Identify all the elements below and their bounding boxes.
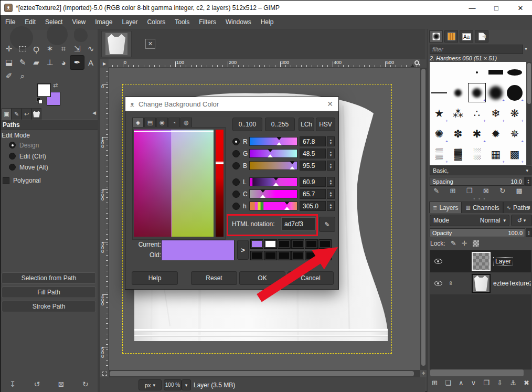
visibility-eye-icon[interactable] [434, 281, 442, 286]
brush-collection-dropdown[interactable]: Basic, ▾ [430, 166, 531, 175]
quick-mask-toggle[interactable] [100, 370, 109, 377]
watercolor-picker-tab[interactable]: ◉ [156, 118, 168, 128]
layer-list-scrollbar[interactable] [430, 369, 524, 376]
channel-radio-B[interactable] [232, 162, 240, 169]
reset-action-button[interactable]: ↻ [82, 380, 89, 388]
channel-slider-R[interactable] [249, 137, 297, 146]
brush-item[interactable]: ★+ [430, 103, 449, 123]
edit-mode-radio-design[interactable]: Design [1, 140, 98, 151]
patterns-tab[interactable] [444, 30, 458, 43]
menu-windows[interactable]: Windows [221, 16, 256, 28]
merge-layer-button[interactable]: ⇩ [497, 379, 503, 387]
brush-item[interactable] [430, 82, 449, 103]
hsv-button[interactable]: HSV [316, 118, 335, 131]
open-image-tab[interactable] [101, 31, 132, 57]
undo-history-tab[interactable]: ↩ [22, 108, 31, 120]
edit-brush-button[interactable]: ✎ [433, 187, 439, 195]
channel-value-h[interactable]: 305.0 [300, 201, 326, 211]
lock-alpha-icon[interactable] [473, 240, 479, 247]
lower-layer-button[interactable]: ∨ [471, 379, 476, 387]
brush-item[interactable]: ✹ [486, 123, 505, 144]
layer-mode-dropdown[interactable]: Mode Normal ▾ [430, 215, 509, 226]
menu-tools[interactable]: Tools [170, 16, 194, 28]
brush-item[interactable] [467, 62, 486, 82]
eraser-tool[interactable]: ▰ [29, 56, 43, 69]
range-0-100-button[interactable]: 0..100 [232, 118, 262, 131]
revert-action-button[interactable]: ↺ [34, 380, 40, 388]
channel-slider-B[interactable] [249, 161, 297, 170]
brush-item[interactable]: + [505, 82, 524, 103]
unit-dropdown[interactable]: px ▾ [139, 379, 162, 390]
menu-image[interactable]: Image [90, 16, 117, 28]
documents-tab[interactable] [475, 30, 488, 43]
tool-options-tab[interactable]: ▣ [2, 108, 12, 120]
polygonal-checkbox-row[interactable]: Polygonal [1, 175, 98, 186]
brush-filter-input[interactable] [430, 45, 523, 54]
add-to-palette-button[interactable]: > [237, 240, 249, 260]
radio-icon[interactable] [9, 164, 16, 171]
channel-slider-L[interactable] [249, 177, 297, 186]
layer-name[interactable]: ezteeTexture2 [493, 280, 531, 287]
save-action-button[interactable]: ↧ [9, 380, 16, 388]
channel-slider-C[interactable] [249, 189, 297, 198]
bucket-fill-tool[interactable]: ⬓ [2, 56, 16, 69]
free-select-tool[interactable]: Ϙ [29, 42, 43, 56]
collapse-left-dock-icon[interactable]: ◀ [92, 110, 96, 115]
brush-item[interactable]: ∴+ [467, 103, 486, 123]
dialog-titlebar[interactable]: ᴥ Change Background Color ✕ [125, 97, 338, 111]
opacity-slider[interactable]: Opacity 100.0 [430, 228, 525, 237]
default-colors-icon[interactable] [36, 98, 42, 104]
channel-slider-G[interactable] [249, 149, 297, 158]
color-square[interactable] [134, 130, 214, 237]
hue-strip[interactable] [216, 130, 224, 237]
menu-colors[interactable]: Colors [143, 16, 171, 28]
selection-from-path-button[interactable]: Selection from Path [2, 272, 96, 284]
channel-radio-G[interactable] [232, 150, 240, 157]
dock-grip[interactable]: • • • [428, 196, 531, 202]
lock-position-icon[interactable]: ✛ [462, 239, 467, 247]
channel-value-L[interactable]: 60.9 [300, 177, 326, 187]
brush-item[interactable]: ❄+ [486, 103, 505, 123]
brush-item[interactable]: + [467, 82, 486, 103]
hue-strip-handle[interactable] [216, 162, 224, 164]
fill-path-button[interactable]: Fill Path [2, 287, 96, 298]
text-tool[interactable]: A [84, 56, 98, 69]
layer-name[interactable]: Layer [493, 257, 513, 266]
brush-item[interactable]: ⁂ [449, 103, 467, 123]
channel-spinner[interactable]: ▲▼ [327, 177, 335, 187]
spacing-spinner[interactable]: ▲▼ [525, 177, 531, 186]
brush-scrollbar[interactable] [527, 62, 531, 165]
spacing-slider[interactable]: Spacing 10.0 [430, 177, 525, 186]
smudge-tool[interactable]: ◕ [57, 56, 70, 69]
paintbrush-tool[interactable]: ✎ [16, 56, 29, 69]
brush-item[interactable] [505, 62, 524, 82]
horizontal-ruler[interactable]: 0 100 200 300 400 500 [109, 59, 420, 68]
open-brush-button[interactable]: ▩ [516, 187, 522, 195]
brush-item[interactable]: + [486, 82, 505, 103]
new-brush-button[interactable]: ⊞ [450, 187, 455, 195]
swap-colors-icon[interactable]: ⇄ [53, 82, 58, 89]
collapse-dock-icon[interactable]: ◀ [526, 205, 530, 210]
channel-radio-C[interactable] [232, 190, 240, 198]
channel-radio-h[interactable] [232, 203, 240, 210]
navigation-button[interactable]: ✛ [420, 370, 427, 377]
wheel-picker-tab[interactable]: ◔ [168, 118, 180, 128]
channel-spinner[interactable]: ▲▼ [327, 161, 335, 171]
layer-row[interactable]: Layer [430, 250, 531, 272]
mode-group-switch[interactable]: ↺ ▾ [511, 215, 532, 226]
zoom-value[interactable]: 100 % [164, 379, 182, 390]
fonts-tab[interactable]: Aa [460, 30, 473, 43]
lock-pixels-icon[interactable]: ✎ [451, 239, 456, 247]
brush-item[interactable] [486, 62, 505, 82]
cmyk-picker-tab[interactable]: ▤ [144, 118, 156, 128]
delete-layer-button[interactable]: ✖ [524, 379, 529, 387]
channel-value-C[interactable]: 65.7 [300, 189, 326, 199]
delete-brush-button[interactable]: ⊠ [483, 187, 489, 195]
ruler-corner-menu[interactable]: ▶ [100, 59, 109, 68]
close-image-icon[interactable]: ✕ [145, 39, 155, 49]
close-button[interactable]: ✕ [508, 1, 532, 15]
channel-value-G[interactable]: 48.5 [300, 149, 326, 158]
stroke-path-button[interactable]: Stroke Path [2, 301, 96, 312]
radio-icon[interactable] [9, 142, 16, 149]
move-tool[interactable]: ✛ [2, 42, 16, 56]
